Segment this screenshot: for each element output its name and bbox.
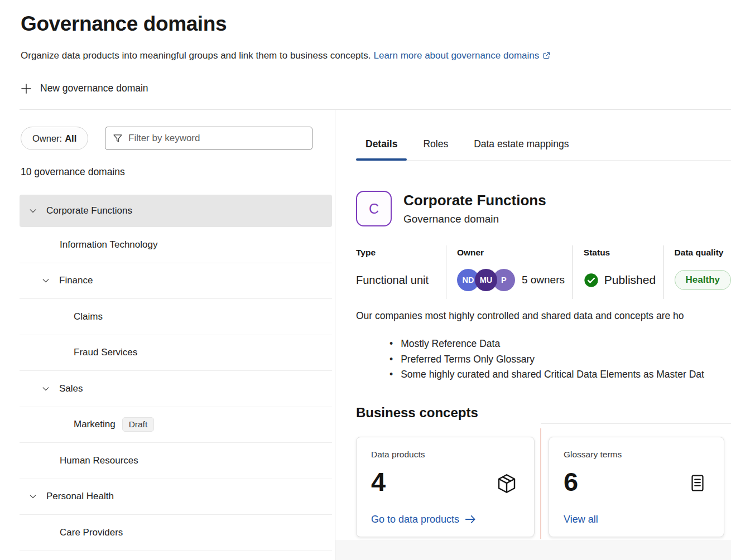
card-label: Glossary terms xyxy=(564,450,709,460)
card-label: Data products xyxy=(371,450,520,460)
domain-meta-row: Type Functional unit Owner ND MU P 5 own… xyxy=(356,245,731,299)
card-divider xyxy=(540,428,541,539)
domain-header: C Corporate Functions Governance domain xyxy=(356,191,546,226)
external-link-icon xyxy=(542,51,551,62)
status-value: Published xyxy=(604,273,656,287)
page-title: Governance domains xyxy=(21,12,227,36)
chevron-down-icon[interactable] xyxy=(42,277,50,284)
data-products-card: Data products 4 Go to data products xyxy=(356,437,535,537)
view-all-link[interactable]: View all xyxy=(564,514,598,525)
tab-bar-divider xyxy=(356,160,731,161)
plus-icon xyxy=(21,83,32,94)
keyword-filter-field[interactable] xyxy=(105,127,312,150)
owner-avatar[interactable]: MU xyxy=(475,269,497,291)
governance-domain-list-panel: Owner:All 10 governance domains Corporat… xyxy=(0,110,335,560)
section-divider xyxy=(541,423,731,424)
business-concepts-heading: Business concepts xyxy=(356,405,478,421)
arrow-right-icon xyxy=(464,513,477,525)
tree-item-marketing[interactable]: Marketing Draft xyxy=(20,407,332,443)
tab-data-estate-mappings[interactable]: Data estate mappings xyxy=(464,134,578,153)
document-icon xyxy=(687,472,708,496)
learn-more-link[interactable]: Learn more about governance domains xyxy=(373,50,551,61)
meta-status: Status Published xyxy=(572,245,663,299)
tab-details[interactable]: Details xyxy=(356,134,407,153)
subtitle-text: Organize data products into meaningful g… xyxy=(21,50,371,61)
bullet-item: Preferred Terms Only Glossary xyxy=(389,352,704,368)
bullet-item: Some highly curated and shared Critical … xyxy=(389,367,704,383)
meta-owner: Owner ND MU P 5 owners xyxy=(446,245,572,299)
health-status-badge: Healthy xyxy=(675,270,731,290)
governance-domain-tree: Corporate Functions Information Technolo… xyxy=(20,195,332,551)
bullet-item: Mostly Reference Data xyxy=(389,336,704,352)
domain-name: Corporate Functions xyxy=(403,192,546,209)
tree-item-care-providers[interactable]: Care Providers xyxy=(20,515,332,551)
chevron-down-icon[interactable] xyxy=(42,385,50,393)
tree-item-claims[interactable]: Claims xyxy=(20,299,332,335)
tree-item-corporate-functions[interactable]: Corporate Functions xyxy=(20,195,332,227)
owner-filter-value: All xyxy=(65,133,76,144)
domain-description: Our companies most highly controlled and… xyxy=(356,310,731,322)
tree-item-fraud-services[interactable]: Fraud Services xyxy=(20,335,332,371)
chevron-down-icon[interactable] xyxy=(29,493,37,500)
status-check-icon xyxy=(584,273,599,288)
draft-status-badge: Draft xyxy=(122,417,155,432)
domain-kind-label: Governance domain xyxy=(403,213,546,225)
tree-item-information-technology[interactable]: Information Technology xyxy=(20,227,332,263)
domain-count-text: 10 governance domains xyxy=(21,166,125,178)
owner-filter-chip[interactable]: Owner:All xyxy=(21,127,88,150)
owner-count: 5 owners xyxy=(522,274,565,286)
filter-funnel-icon xyxy=(113,133,123,143)
chevron-down-icon[interactable] xyxy=(29,207,37,215)
page-subtitle: Organize data products into meaningful g… xyxy=(21,50,551,62)
tree-item-finance[interactable]: Finance xyxy=(20,263,332,300)
tree-item-sales[interactable]: Sales xyxy=(20,371,332,407)
glossary-terms-card: Glossary terms 6 View all xyxy=(549,437,724,537)
domain-avatar: C xyxy=(356,191,392,226)
type-value: Functional unit xyxy=(356,274,429,287)
details-tab-bar: Details Roles Data estate mappings xyxy=(356,134,578,153)
meta-data-quality: Data quality Healthy xyxy=(663,245,731,299)
keyword-filter-input[interactable] xyxy=(123,133,312,144)
new-governance-domain-button[interactable]: New governance domain xyxy=(21,83,148,94)
meta-type: Type Functional unit xyxy=(356,245,446,299)
domain-details-panel: Details Roles Data estate mappings C Cor… xyxy=(335,110,731,560)
cube-icon xyxy=(495,472,518,498)
tree-item-personal-health[interactable]: Personal Health xyxy=(20,479,332,515)
tab-roles[interactable]: Roles xyxy=(413,134,458,153)
domain-description-bullets: Mostly Reference Data Preferred Terms On… xyxy=(389,336,704,383)
go-to-data-products-link[interactable]: Go to data products xyxy=(371,513,477,525)
tree-item-human-resources[interactable]: Human Resources xyxy=(20,443,332,479)
panel-bottom-background xyxy=(335,540,731,560)
